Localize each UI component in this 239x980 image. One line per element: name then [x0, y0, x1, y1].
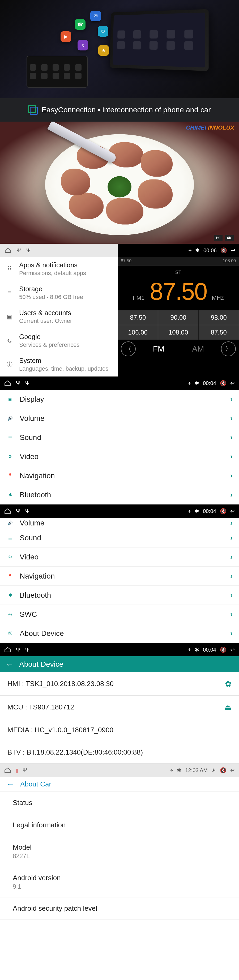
usb-icon: Ψ: [16, 380, 21, 386]
home-icon[interactable]: [4, 647, 11, 652]
menu-swc[interactable]: ◎SWC›: [0, 605, 239, 624]
home-icon[interactable]: [4, 508, 11, 514]
preset-5[interactable]: 108.00: [158, 325, 198, 340]
volume-icon[interactable]: 🔇: [220, 247, 227, 254]
radio-status-bar: ⌖ ✱ 00:06 🔇 ↩: [118, 244, 239, 257]
volume-icon[interactable]: 🔇: [220, 646, 226, 653]
usb-icon: Ψ: [22, 767, 27, 773]
chevron-right-icon: ›: [230, 414, 233, 422]
menu-video[interactable]: ⚙Video›: [0, 447, 239, 466]
about-car-android-version[interactable]: Android version9.1: [0, 867, 239, 897]
chevron-right-icon: ›: [230, 491, 233, 499]
menu-sound[interactable]: 𝄛Sound›: [0, 428, 239, 447]
radio-panel: ⌖ ✱ 00:06 🔇 ↩ 87.50108.00 ST FM1 87.50 M…: [118, 244, 239, 377]
chevron-right-icon: ›: [230, 629, 233, 638]
preset-6[interactable]: 87.50: [199, 325, 239, 340]
about-car-header: ← About Car: [0, 777, 239, 792]
frequency-value: 87.50: [150, 278, 207, 305]
about-device-title: About Device: [19, 660, 64, 668]
seek-prev-button[interactable]: 〈: [121, 342, 136, 356]
clock: 00:04: [203, 647, 216, 653]
sd-icon: ▮: [15, 767, 18, 773]
system-bar: Ψ Ψ ⌖ ✱ 00:04 🔇 ↩: [0, 504, 239, 518]
storage-icon: ≡: [6, 289, 13, 297]
menu-volume[interactable]: 🔊Volume›: [0, 518, 239, 528]
about-car-model[interactable]: Model8227L: [0, 836, 239, 867]
back-arrow-icon[interactable]: ←: [5, 660, 14, 669]
back-icon[interactable]: ↩: [230, 380, 235, 386]
back-icon[interactable]: ↩: [230, 767, 235, 773]
settings-row-google[interactable]: G GoogleServices & preferences: [0, 329, 118, 353]
preset-3[interactable]: 98.00: [199, 310, 239, 325]
menu-volume[interactable]: 🔊Volume›: [0, 409, 239, 428]
volume-icon[interactable]: 🔇: [220, 767, 226, 773]
menu-navigation[interactable]: 📍Navigation›: [0, 466, 239, 485]
back-icon[interactable]: ↩: [230, 646, 235, 653]
menu-about-device[interactable]: ⓥAbout Device›: [0, 624, 239, 643]
preset-2[interactable]: 90.00: [158, 310, 198, 325]
info-row-hmi[interactable]: HMI : TSKJ_010.2018.08.23.08.30✿: [0, 672, 239, 696]
back-icon[interactable]: ↩: [230, 508, 235, 514]
preset-4[interactable]: 106.00: [118, 325, 158, 340]
usb-icon: Ψ: [25, 380, 30, 386]
info-row-mcu[interactable]: MCU : TS907.180712⏏: [0, 696, 239, 719]
menu-video[interactable]: ⚙Video›: [0, 547, 239, 566]
video-badges: tsi 4K: [214, 235, 234, 241]
volume-icon[interactable]: 🔇: [220, 508, 226, 514]
frequency-unit: MHz: [212, 294, 224, 301]
fm-tab[interactable]: FM: [139, 344, 178, 353]
bluetooth-icon: ✱: [177, 767, 182, 773]
about-car-security-patch[interactable]: Android security patch level: [0, 897, 239, 920]
navigation-icon: 📍: [6, 473, 14, 478]
settings-row-system[interactable]: ⓘ SystemLanguages, time, backup, updates: [0, 353, 118, 377]
settings-gear-icon[interactable]: ✿: [225, 679, 231, 689]
usb-icon: Ψ: [25, 647, 30, 653]
chevron-right-icon: ›: [230, 471, 233, 480]
chevron-right-icon: ›: [230, 452, 233, 461]
nav-bar: Ψ Ψ: [0, 244, 118, 257]
about-car-legal[interactable]: Legal information: [0, 814, 239, 836]
home-icon[interactable]: [4, 380, 11, 386]
back-icon[interactable]: ↩: [231, 247, 235, 254]
google-icon: G: [6, 337, 13, 344]
info-row-media[interactable]: MEDIA : HC_v1.0.0_180817_0900: [0, 719, 239, 741]
clock: 00:04: [203, 380, 216, 386]
home-icon[interactable]: [5, 248, 11, 253]
menu-bluetooth[interactable]: ✱Bluetooth›: [0, 586, 239, 605]
system-icon: ⓘ: [6, 361, 13, 368]
chevron-right-icon: ›: [230, 553, 233, 561]
back-arrow-icon[interactable]: ←: [6, 780, 14, 789]
radio-scale[interactable]: 87.50108.00: [118, 257, 239, 266]
preset-grid: 87.50 90.00 98.00 106.00 108.00 87.50: [118, 310, 239, 340]
watermark: CHIMEI INNOLUX: [186, 124, 234, 131]
home-icon[interactable]: [4, 767, 11, 773]
preset-1[interactable]: 87.50: [118, 310, 158, 325]
users-icon: ▣: [6, 313, 13, 320]
menu-sound[interactable]: 𝄛Sound›: [0, 528, 239, 547]
display-icon: ▣: [6, 397, 14, 402]
video-icon: ⚙: [6, 554, 14, 560]
brightness-icon[interactable]: ☀: [211, 767, 216, 773]
settings-row-users[interactable]: ▣ Users & accountsCurrent user: Owner: [0, 305, 118, 329]
settings-row-apps[interactable]: ⠿ Apps & notificationsPermissions, defau…: [0, 257, 118, 281]
menu-navigation[interactable]: 📍Navigation›: [0, 566, 239, 586]
about-car-status[interactable]: Status: [0, 792, 239, 814]
am-tab[interactable]: AM: [178, 344, 218, 353]
car-head-unit: [110, 9, 209, 71]
about-car-title: About Car: [20, 780, 51, 788]
chevron-right-icon: ›: [230, 433, 233, 442]
navigation-icon: 📍: [6, 573, 14, 579]
seek-next-button[interactable]: 〉: [221, 342, 236, 356]
settings-row-storage[interactable]: ≡ Storage50% used · 8.06 GB free: [0, 281, 118, 305]
menu-display[interactable]: ▣Display›: [0, 390, 239, 409]
location-icon: ⌖: [188, 380, 191, 386]
system-bar: Ψ Ψ ⌖ ✱ 00:04 🔇 ↩: [0, 377, 239, 390]
volume-icon[interactable]: 🔇: [220, 380, 226, 386]
location-icon: ⌖: [188, 647, 191, 653]
easyconnection-bar: EasyConnection • interconnection of phon…: [0, 98, 239, 122]
usb-icon: Ψ: [16, 647, 21, 653]
info-row-btv[interactable]: BTV : BT.18.08.22.1340(DE:80:46:00:00:88…: [0, 741, 239, 764]
menu-bluetooth[interactable]: ✱Bluetooth›: [0, 485, 239, 504]
eject-icon[interactable]: ⏏: [224, 703, 231, 712]
chevron-right-icon: ›: [230, 572, 233, 580]
